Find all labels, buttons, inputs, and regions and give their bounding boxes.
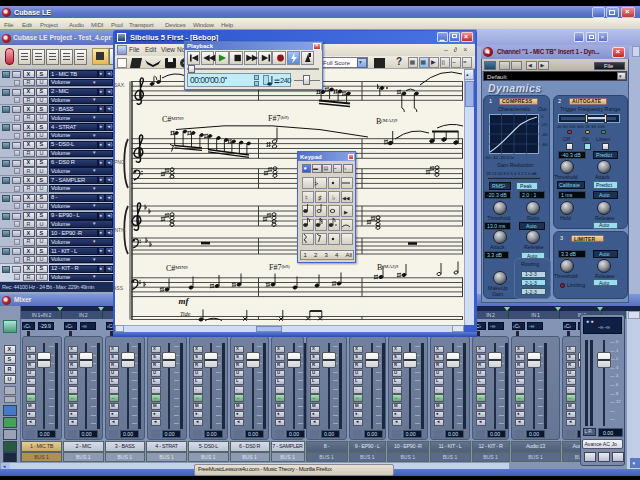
- svg-text:Tide: Tide: [180, 311, 191, 317]
- svg-text:mf: mf: [179, 296, 190, 306]
- svg-text:♮: ♮: [305, 194, 308, 201]
- svg-text:♯: ♯: [318, 194, 322, 201]
- svg-text:>: >: [314, 180, 318, 187]
- svg-text:◀◀: ◀◀: [342, 195, 350, 201]
- svg-text:♭: ♭: [332, 194, 335, 201]
- svg-text:F#7(b9): F#7(b9): [269, 263, 290, 272]
- svg-text:F#7(b9): F#7(b9): [268, 114, 289, 123]
- svg-text:▶: ▶: [344, 209, 348, 215]
- svg-text:C#MIN9: C#MIN9: [162, 115, 184, 124]
- svg-text:B(MAJ)9: B(MAJ)9: [377, 263, 399, 272]
- svg-text:B(MAJ)9: B(MAJ)9: [376, 117, 398, 126]
- svg-text:C#MIN9: C#MIN9: [166, 264, 188, 273]
